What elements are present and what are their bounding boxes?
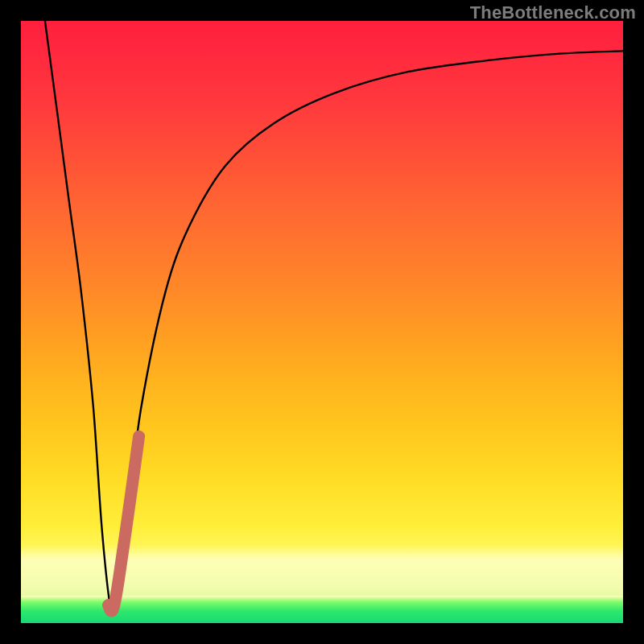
highlight-segment	[109, 436, 139, 611]
chart-svg	[21, 21, 623, 623]
watermark-text: TheBottleneck.com	[470, 2, 636, 23]
chart-frame: TheBottleneck.com	[0, 0, 644, 644]
